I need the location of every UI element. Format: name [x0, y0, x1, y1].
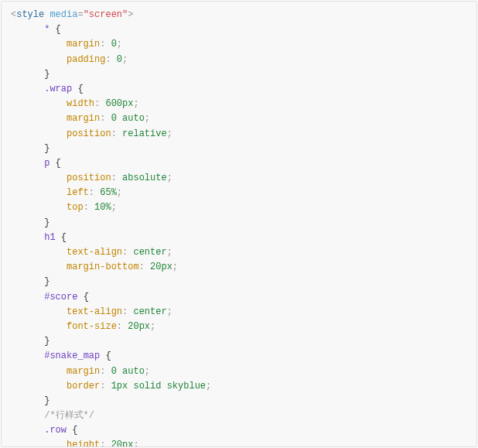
code-line: margin-bottom: 20px; — [11, 260, 467, 275]
code-line: font-size: 20px; — [11, 320, 467, 334]
code-line: h1 { — [11, 231, 467, 245]
code-line: text-align: center; — [11, 245, 467, 260]
code-line: p { — [11, 156, 467, 171]
code-line: text-align: center; — [11, 305, 467, 320]
code-line: #snake_map { — [11, 349, 467, 364]
code-line: left: 65%; — [11, 186, 467, 200]
code-block: <style media="screen"> * { margin: 0; pa… — [1, 1, 477, 447]
code-line: margin: 0 auto; — [11, 111, 467, 126]
code-line: <style media="screen"> — [11, 8, 467, 22]
code-line: height: 20px; — [11, 438, 467, 447]
code-line: position: relative; — [11, 127, 467, 142]
code-line: margin: 0 auto; — [11, 364, 467, 379]
code-line: } — [11, 394, 467, 409]
code-line: } — [11, 216, 467, 231]
code-line: .wrap { — [11, 82, 467, 97]
code-line: padding: 0; — [11, 53, 467, 67]
code-line: } — [11, 334, 467, 349]
code-line: border: 1px solid skyblue; — [11, 379, 467, 394]
code-line: position: absolute; — [11, 171, 467, 186]
code-line: } — [11, 67, 467, 82]
code-line: .row { — [11, 423, 467, 438]
code-line: margin: 0; — [11, 37, 467, 52]
code-line: * { — [11, 22, 467, 37]
code-line: top: 10%; — [11, 200, 467, 215]
code-line: } — [11, 275, 467, 289]
code-line: } — [11, 142, 467, 156]
code-line: #score { — [11, 290, 467, 305]
code-line: /*行样式*/ — [11, 409, 467, 423]
code-line: width: 600px; — [11, 97, 467, 111]
